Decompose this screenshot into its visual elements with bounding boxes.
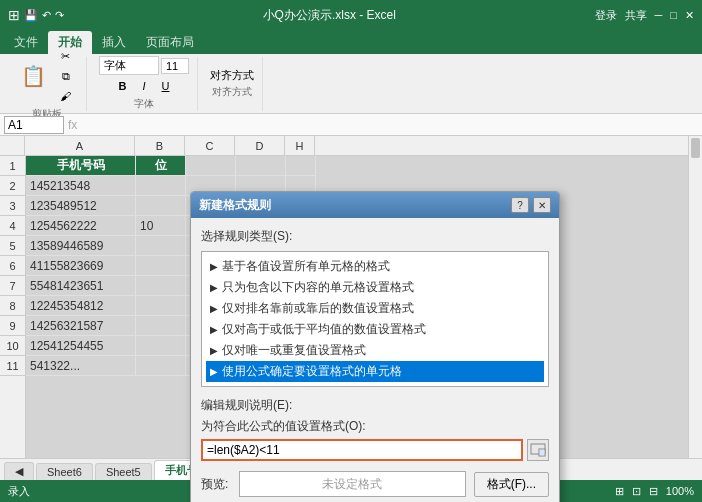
status-mode: 录入 bbox=[8, 484, 30, 499]
cell-b4[interactable]: 10 bbox=[136, 216, 186, 236]
share-link[interactable]: 共享 bbox=[625, 8, 647, 23]
font-size[interactable]: 11 bbox=[161, 58, 189, 74]
cell-b10[interactable] bbox=[136, 336, 186, 356]
rule-item-3[interactable]: ▶ 仅对高于或低于平均值的数值设置格式 bbox=[206, 319, 544, 340]
row-header-5[interactable]: 5 bbox=[0, 236, 25, 256]
cell-b3[interactable] bbox=[136, 196, 186, 216]
tab-insert[interactable]: 插入 bbox=[92, 31, 136, 54]
paste-btn[interactable]: 📋 bbox=[16, 47, 51, 105]
underline-btn[interactable]: U bbox=[155, 77, 177, 95]
cell-a7[interactable]: 55481423651 bbox=[26, 276, 136, 296]
window-title: 小Q办公演示.xlsx - Excel bbox=[64, 7, 595, 24]
rule-item-label-1: 只为包含以下内容的单元格设置格式 bbox=[222, 279, 414, 296]
cell-a3[interactable]: 1235489512 bbox=[26, 196, 136, 216]
sheet-tab-sheet6[interactable]: Sheet6 bbox=[36, 463, 93, 480]
cell-b8[interactable] bbox=[136, 296, 186, 316]
rule-arrow-3: ▶ bbox=[210, 324, 218, 335]
row-header-1[interactable]: 1 bbox=[0, 156, 25, 176]
corner-cell bbox=[0, 136, 25, 156]
cell-b9[interactable] bbox=[136, 316, 186, 336]
rule-arrow-1: ▶ bbox=[210, 282, 218, 293]
cell-a4[interactable]: 1254562222 bbox=[26, 216, 136, 236]
save-icon[interactable]: 💾 bbox=[24, 9, 38, 22]
row-headers: 1 2 3 4 5 6 7 8 9 10 11 bbox=[0, 156, 26, 502]
cell-a2[interactable]: 145213548 bbox=[26, 176, 136, 196]
rule-arrow-2: ▶ bbox=[210, 303, 218, 314]
formula-input[interactable] bbox=[81, 117, 698, 133]
cell-a8[interactable]: 12245354812 bbox=[26, 296, 136, 316]
rule-item-label-3: 仅对高于或低于平均值的数值设置格式 bbox=[222, 321, 426, 338]
row-header-7[interactable]: 7 bbox=[0, 276, 25, 296]
cell-d1[interactable] bbox=[236, 156, 286, 176]
col-header-a[interactable]: A bbox=[25, 136, 135, 156]
undo-icon[interactable]: ↶ bbox=[42, 9, 51, 22]
rule-item-4[interactable]: ▶ 仅对唯一或重复值设置格式 bbox=[206, 340, 544, 361]
row-header-10[interactable]: 10 bbox=[0, 336, 25, 356]
rule-item-0[interactable]: ▶ 基于各值设置所有单元格的格式 bbox=[206, 256, 544, 277]
format-painter-btn[interactable]: 🖌 bbox=[53, 87, 78, 105]
login-link[interactable]: 登录 bbox=[595, 8, 617, 23]
italic-btn[interactable]: I bbox=[135, 77, 152, 95]
cell-a9[interactable]: 14256321587 bbox=[26, 316, 136, 336]
rule-item-label-4: 仅对唯一或重复值设置格式 bbox=[222, 342, 366, 359]
dialog-title: 新建格式规则 bbox=[199, 197, 271, 214]
cell-a11[interactable]: 541322... bbox=[26, 356, 136, 376]
cell-a5[interactable]: 13589446589 bbox=[26, 236, 136, 256]
minimize-btn[interactable]: ─ bbox=[655, 9, 663, 21]
format-button[interactable]: 格式(F)... bbox=[474, 472, 549, 497]
cell-h1[interactable] bbox=[286, 156, 316, 176]
ribbon-tabs: 文件 开始 插入 页面布局 bbox=[0, 30, 702, 54]
redo-icon[interactable]: ↷ bbox=[55, 9, 64, 22]
cell-b2[interactable] bbox=[136, 176, 186, 196]
tab-page-layout[interactable]: 页面布局 bbox=[136, 31, 204, 54]
cell-a6[interactable]: 41155823669 bbox=[26, 256, 136, 276]
sheet-tab-nav-left[interactable]: ◀ bbox=[4, 462, 34, 480]
formula-field[interactable] bbox=[201, 439, 523, 461]
row-header-3[interactable]: 3 bbox=[0, 196, 25, 216]
align-label: 对齐方式 bbox=[212, 85, 252, 99]
view-normal[interactable]: ⊞ bbox=[615, 485, 624, 498]
row-header-6[interactable]: 6 bbox=[0, 256, 25, 276]
view-page[interactable]: ⊡ bbox=[632, 485, 641, 498]
rule-item-5[interactable]: ▶ 使用公式确定要设置格式的单元格 bbox=[206, 361, 544, 382]
row-header-11[interactable]: 11 bbox=[0, 356, 25, 376]
close-btn[interactable]: ✕ bbox=[685, 9, 694, 22]
formula-label: 为符合此公式的值设置格式(O): bbox=[201, 418, 549, 435]
font-name[interactable]: 字体 bbox=[99, 56, 159, 75]
cell-a10[interactable]: 12541254455 bbox=[26, 336, 136, 356]
row-header-4[interactable]: 4 bbox=[0, 216, 25, 236]
cell-b7[interactable] bbox=[136, 276, 186, 296]
formula-collapse-btn[interactable] bbox=[527, 439, 549, 461]
align-section: 对齐方式 对齐方式 bbox=[202, 57, 263, 111]
sheet-tab-sheet5[interactable]: Sheet5 bbox=[95, 463, 152, 480]
dialog-close-btn[interactable]: ✕ bbox=[533, 197, 551, 213]
cell-c1[interactable] bbox=[186, 156, 236, 176]
rule-item-1[interactable]: ▶ 只为包含以下内容的单元格设置格式 bbox=[206, 277, 544, 298]
dialog-titlebar: 新建格式规则 ? ✕ bbox=[191, 192, 559, 218]
col-header-b[interactable]: B bbox=[135, 136, 185, 156]
maximize-btn[interactable]: □ bbox=[670, 9, 677, 21]
copy-btn[interactable]: ⧉ bbox=[53, 67, 78, 86]
row-header-9[interactable]: 9 bbox=[0, 316, 25, 336]
cut-btn[interactable]: ✂ bbox=[53, 47, 78, 66]
view-break[interactable]: ⊟ bbox=[649, 485, 658, 498]
rule-item-2[interactable]: ▶ 仅对排名靠前或靠后的数值设置格式 bbox=[206, 298, 544, 319]
row-header-8[interactable]: 8 bbox=[0, 296, 25, 316]
name-box[interactable] bbox=[4, 116, 64, 134]
zoom-level: 100% bbox=[666, 485, 694, 497]
cell-a1[interactable]: 手机号码 bbox=[26, 156, 136, 176]
formula-divider: fx bbox=[68, 118, 77, 132]
cell-b5[interactable] bbox=[136, 236, 186, 256]
bold-btn[interactable]: B bbox=[112, 77, 134, 95]
col-header-d[interactable]: D bbox=[235, 136, 285, 156]
cell-b1[interactable]: 位 bbox=[136, 156, 186, 176]
col-header-h[interactable]: H bbox=[285, 136, 315, 156]
preview-label: 预览: bbox=[201, 476, 231, 493]
vertical-scrollbar[interactable] bbox=[688, 156, 702, 480]
cell-b11[interactable] bbox=[136, 356, 186, 376]
row-header-2[interactable]: 2 bbox=[0, 176, 25, 196]
dialog-help-btn[interactable]: ? bbox=[511, 197, 529, 213]
dialog-body: 选择规则类型(S): ▶ 基于各值设置所有单元格的格式 ▶ 只为包含以下内容的单… bbox=[191, 218, 559, 502]
cell-b6[interactable] bbox=[136, 256, 186, 276]
col-header-c[interactable]: C bbox=[185, 136, 235, 156]
